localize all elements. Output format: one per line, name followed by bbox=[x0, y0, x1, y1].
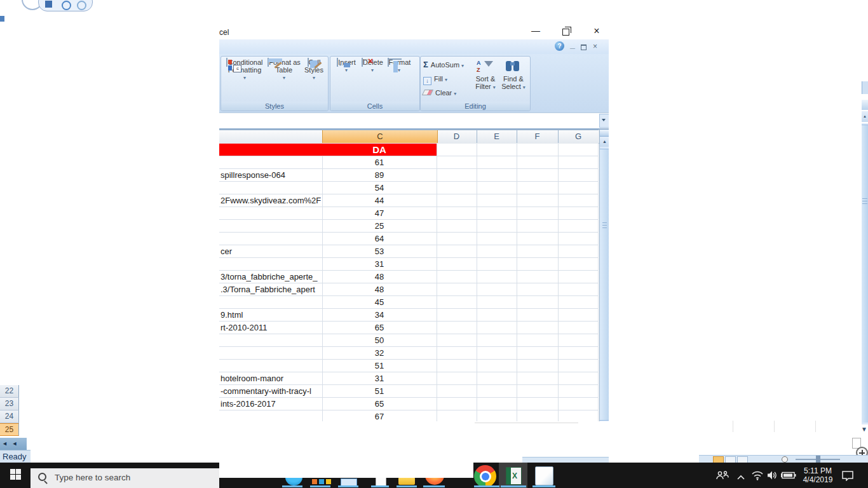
cell-col-c[interactable]: 65 bbox=[322, 398, 437, 410]
format-as-table-button[interactable]: Format as Table ▾ bbox=[267, 58, 301, 82]
cell-col-c[interactable]: 54 bbox=[322, 182, 437, 194]
row-header-24[interactable]: 24 bbox=[0, 410, 19, 423]
table-row[interactable]: 9.html34 bbox=[219, 309, 599, 322]
cell-col-c[interactable]: 31 bbox=[322, 258, 437, 270]
table-row[interactable]: 2Fwww.skydiveaz.com%2F44 bbox=[219, 194, 599, 207]
table-row[interactable]: 64 bbox=[219, 233, 599, 245]
cell-col-b[interactable]: .3/Torna_Fabbriche_apert bbox=[220, 283, 321, 295]
scroll-up-icon[interactable]: ▲ bbox=[600, 137, 609, 147]
action-center-icon[interactable] bbox=[841, 470, 854, 484]
sort-filter-button[interactable]: A Z Sort & Filter ▾ bbox=[471, 58, 499, 92]
column-header-g[interactable]: G bbox=[558, 130, 599, 143]
cell-col-b[interactable] bbox=[220, 144, 321, 156]
cell-col-b[interactable]: 2Fwww.skydiveaz.com%2F bbox=[220, 194, 321, 207]
undo-icon[interactable] bbox=[62, 1, 71, 10]
table-row[interactable]: 67 bbox=[219, 410, 599, 421]
chrome-icon[interactable] bbox=[474, 465, 496, 487]
battery-icon[interactable] bbox=[780, 470, 797, 483]
conditional-formatting-button[interactable]: ≤ Conditional Formatting ▾ bbox=[225, 58, 264, 82]
table-row[interactable]: .3/Torna_Fabbriche_apert48 bbox=[219, 283, 599, 296]
column-header-f[interactable]: F bbox=[517, 130, 559, 143]
cell-col-b[interactable] bbox=[220, 410, 321, 421]
format-button[interactable]: Format ▾ bbox=[386, 58, 412, 74]
nav-prev-icon[interactable]: ◄ bbox=[11, 440, 17, 447]
table-row[interactable]: 51 bbox=[219, 360, 599, 372]
delete-button[interactable]: × Delete ▾ bbox=[360, 58, 385, 74]
cell-col-b[interactable] bbox=[220, 220, 321, 232]
cell-col-b[interactable] bbox=[220, 207, 321, 219]
row-header-23[interactable]: 23 bbox=[0, 398, 19, 410]
tray-clock[interactable]: 5:11 PM 4/4/2019 bbox=[798, 466, 837, 484]
people-icon[interactable] bbox=[715, 470, 729, 484]
cell-col-b[interactable] bbox=[220, 182, 321, 194]
clear-button[interactable]: Clear▾ bbox=[423, 87, 456, 98]
cell-col-c[interactable]: 65 bbox=[322, 322, 437, 334]
cell-col-b[interactable]: 9.html bbox=[220, 309, 321, 321]
scrollbar-thumb[interactable] bbox=[600, 149, 609, 421]
table-row[interactable]: hotelroom-manor31 bbox=[219, 372, 599, 385]
cell-col-c[interactable]: 48 bbox=[322, 283, 437, 295]
cell-col-c[interactable]: 47 bbox=[322, 207, 437, 219]
cell-col-c[interactable]: 44 bbox=[322, 194, 437, 207]
table-row[interactable]: 47 bbox=[219, 207, 599, 220]
autosum-button[interactable]: ΣAutoSum▾ bbox=[423, 59, 464, 71]
scroll-down-icon[interactable]: ▼ bbox=[861, 426, 867, 433]
save-icon[interactable] bbox=[45, 1, 52, 8]
cell-col-b[interactable] bbox=[220, 347, 321, 359]
sheet-vertical-scrollbar[interactable]: ▲ bbox=[599, 130, 609, 421]
cell-col-c[interactable]: 48 bbox=[322, 271, 437, 283]
table-row[interactable]: 31 bbox=[219, 258, 599, 271]
search-input[interactable]: Type here to search bbox=[31, 468, 219, 488]
cell-col-c[interactable]: 51 bbox=[322, 360, 437, 372]
workbook-close-button[interactable]: × bbox=[593, 43, 597, 50]
table-row[interactable]: 50 bbox=[219, 334, 599, 347]
find-select-button[interactable]: Find & Select ▾ bbox=[499, 58, 527, 92]
fill-button[interactable]: ↓Fill▾ bbox=[423, 73, 447, 85]
cell-col-b[interactable]: cer bbox=[220, 245, 321, 257]
zoom-slider-thumb[interactable] bbox=[816, 456, 820, 463]
scrollbar-split-handle[interactable] bbox=[600, 130, 609, 137]
cell-col-c[interactable]: 89 bbox=[322, 169, 437, 181]
edge-icon[interactable] bbox=[285, 477, 302, 485]
table-row[interactable]: DA bbox=[219, 144, 599, 156]
table-row[interactable]: 3/torna_fabbriche_aperte_48 bbox=[219, 271, 599, 283]
cell-col-c[interactable]: 50 bbox=[322, 334, 437, 346]
volume-icon[interactable] bbox=[766, 470, 778, 483]
cell-col-c[interactable]: DA bbox=[322, 144, 437, 156]
sheet-nav-buttons[interactable]: ◄ ◄ bbox=[0, 438, 27, 450]
scrollbar-split-handle[interactable] bbox=[862, 100, 868, 110]
wifi-icon[interactable] bbox=[751, 470, 764, 483]
notepad-icon[interactable] bbox=[535, 466, 553, 485]
cell-col-b[interactable]: ints-2016-2017 bbox=[220, 398, 321, 410]
cell-col-c[interactable]: 32 bbox=[322, 347, 437, 359]
cell-col-c[interactable]: 51 bbox=[322, 385, 437, 397]
cell-col-b[interactable]: hotelroom-manor bbox=[220, 372, 321, 384]
row-header-22[interactable]: 22 bbox=[0, 385, 19, 398]
table-row[interactable]: cer53 bbox=[219, 245, 599, 258]
cell-col-b[interactable] bbox=[220, 334, 321, 346]
table-row[interactable]: 61 bbox=[219, 156, 599, 169]
table-row[interactable]: rt-2010-201165 bbox=[219, 322, 599, 334]
file-explorer-icon[interactable] bbox=[398, 477, 415, 485]
help-icon[interactable]: ? bbox=[555, 41, 564, 51]
cell-col-b[interactable] bbox=[220, 296, 321, 308]
cell-col-b[interactable]: 3/torna_fabbriche_aperte_ bbox=[220, 271, 321, 283]
formula-bar[interactable] bbox=[219, 112, 609, 130]
cell-col-c[interactable]: 67 bbox=[322, 410, 437, 421]
show-hidden-icons-chevron-icon[interactable] bbox=[736, 471, 746, 483]
store-icon[interactable] bbox=[312, 478, 331, 485]
table-row[interactable]: 54 bbox=[219, 182, 599, 194]
table-row[interactable]: -commentary-with-tracy-l51 bbox=[219, 385, 599, 398]
minimize-button[interactable]: — bbox=[529, 25, 543, 38]
restore-button[interactable] bbox=[562, 29, 569, 36]
zoom-out-button[interactable] bbox=[782, 456, 788, 463]
formula-bar-expand-button[interactable] bbox=[599, 114, 609, 128]
cell-col-b[interactable] bbox=[220, 233, 321, 245]
cell-col-c[interactable]: 45 bbox=[322, 296, 437, 308]
cell-col-c[interactable]: 25 bbox=[322, 220, 437, 232]
close-button[interactable]: × bbox=[590, 25, 603, 38]
table-row[interactable]: ints-2016-201765 bbox=[219, 398, 599, 410]
workbook-minimize-button[interactable]: — bbox=[570, 44, 575, 52]
insert-button[interactable]: ← Insert ▾ bbox=[334, 58, 359, 74]
row-header-25[interactable]: 25 bbox=[0, 423, 19, 436]
